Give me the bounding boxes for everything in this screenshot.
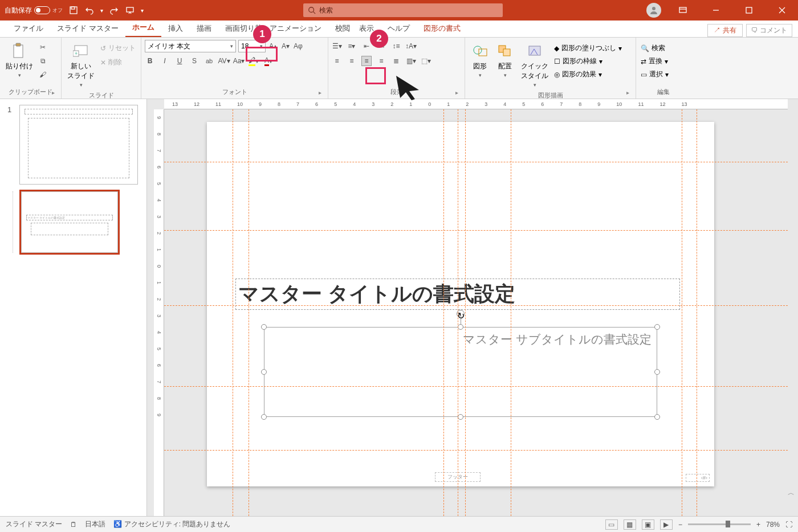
ribbon-display-icon[interactable]: [671, 0, 694, 21]
quick-styles-button[interactable]: クイック スタイル▾: [519, 40, 551, 90]
distribute-icon[interactable]: ≣: [391, 56, 401, 66]
shape-fill-button[interactable]: ◆ 図形の塗りつぶし ▾: [553, 42, 623, 54]
resize-handle[interactable]: [654, 369, 660, 375]
zoom-out-icon[interactable]: −: [678, 521, 682, 529]
slideshow-view-icon[interactable]: ▶: [660, 519, 673, 530]
shadow-icon[interactable]: ab: [204, 56, 214, 66]
select-button[interactable]: ▭ 選択 ▾: [640, 68, 687, 80]
strike-icon[interactable]: S: [189, 56, 199, 66]
resize-handle[interactable]: [654, 324, 660, 330]
tab-draw[interactable]: 描画: [190, 20, 218, 37]
copy-icon[interactable]: ⧉: [38, 56, 48, 66]
align-left-icon[interactable]: ≡: [332, 56, 342, 66]
zoom-in-icon[interactable]: +: [756, 521, 760, 529]
align-right-icon[interactable]: ≡: [361, 56, 372, 66]
highlight-color-icon[interactable]: 🖍▾: [249, 56, 259, 66]
font-dialog-launcher[interactable]: ▸: [319, 89, 325, 96]
svg-point-12: [474, 46, 482, 54]
fit-window-icon[interactable]: ⛶: [785, 521, 792, 529]
resize-handle[interactable]: [458, 324, 463, 330]
columns-icon[interactable]: ▥▾: [406, 56, 416, 66]
redo-icon[interactable]: [109, 5, 119, 15]
svg-rect-13: [479, 49, 487, 56]
resize-handle[interactable]: [261, 369, 267, 375]
comments-button[interactable]: 🗨 コメント: [746, 24, 792, 37]
slide[interactable]: マスター タイトルの書式設定 ↻ マスター サブタイトルの書式設定 フッター ‹…: [207, 122, 714, 486]
search-box[interactable]: 検索: [303, 3, 503, 17]
italic-icon[interactable]: I: [160, 56, 170, 66]
char-spacing-icon[interactable]: AV▾: [219, 56, 229, 66]
resize-handle[interactable]: [458, 414, 463, 420]
tab-slide-master[interactable]: スライド マスター: [50, 20, 125, 37]
line-spacing-icon[interactable]: ↕≡: [391, 41, 401, 51]
share-button[interactable]: ↗ 共有: [707, 24, 742, 37]
notes-icon[interactable]: 🗒: [70, 521, 77, 529]
zoom-slider[interactable]: [688, 523, 751, 525]
resize-handle[interactable]: [261, 324, 267, 330]
shapes-button[interactable]: 図形▾: [469, 40, 491, 90]
font-family-combo[interactable]: メイリオ 本文▾: [145, 40, 236, 52]
master-thumbnail[interactable]: 1: [19, 105, 138, 185]
resize-handle[interactable]: [261, 414, 267, 420]
font-color-icon[interactable]: A▾: [263, 56, 274, 66]
slideshow-icon[interactable]: [125, 5, 135, 15]
increase-font-icon[interactable]: A▴: [268, 41, 278, 51]
collapse-ribbon-icon[interactable]: ︿: [788, 488, 795, 498]
text-direction-icon[interactable]: ↕A▾: [406, 41, 416, 51]
maximize-button[interactable]: [738, 0, 760, 21]
numbering-icon[interactable]: ≡▾: [347, 41, 357, 51]
undo-dropdown-icon[interactable]: ▾: [100, 7, 103, 14]
drawing-dialog-launcher[interactable]: ▸: [626, 89, 633, 96]
tab-file[interactable]: ファイル: [7, 20, 50, 37]
tab-shape-format[interactable]: 図形の書式: [417, 20, 467, 37]
shape-outline-button[interactable]: ☐ 図形の枠線 ▾: [553, 55, 623, 67]
paragraph-dialog-launcher[interactable]: ▸: [455, 89, 462, 96]
status-language[interactable]: 日本語: [85, 519, 105, 529]
underline-icon[interactable]: U: [174, 56, 185, 66]
close-button[interactable]: [771, 0, 793, 21]
new-slide-button[interactable]: + 新しい スライド ▾: [65, 40, 97, 90]
slide-number-placeholder[interactable]: ‹#›: [686, 474, 710, 482]
cut-icon[interactable]: ✂: [38, 42, 48, 52]
format-painter-icon[interactable]: 🖌: [38, 69, 48, 80]
layout-thumbnail-selected[interactable]: マスター タイトルの書式設定: [21, 191, 118, 253]
smartart-icon[interactable]: ⬚▾: [421, 56, 431, 66]
paste-button[interactable]: 貼り付け ▾: [3, 40, 35, 87]
vertical-ruler: 9876543210123456789: [154, 109, 164, 516]
arrange-button[interactable]: 配置▾: [494, 40, 516, 90]
save-icon[interactable]: [68, 5, 79, 15]
sorter-view-icon[interactable]: ▦: [624, 519, 636, 530]
clear-formatting-icon[interactable]: Aφ: [293, 41, 303, 51]
accessibility-status[interactable]: ♿ アクセシビリティ: 問題ありません: [113, 519, 230, 529]
search-icon: [308, 6, 316, 14]
tab-home[interactable]: ホーム: [125, 19, 161, 37]
decrease-indent-icon[interactable]: ⇤: [361, 41, 372, 51]
resize-handle[interactable]: [654, 414, 660, 420]
tab-animations[interactable]: アニメーション: [263, 20, 328, 37]
slide-canvas-area[interactable]: 13121110987654321012345678910111213 9876…: [147, 99, 798, 516]
account-avatar[interactable]: [646, 3, 661, 18]
slide-thumbnails-panel[interactable]: 1 マスター タイトルの書式設定: [0, 99, 147, 516]
reading-view-icon[interactable]: ▣: [642, 519, 654, 530]
change-case-icon[interactable]: Aa▾: [234, 56, 244, 66]
qat-customize-icon[interactable]: ▾: [141, 7, 144, 14]
justify-icon[interactable]: ≡: [376, 56, 386, 66]
tab-insert[interactable]: 挿入: [161, 20, 190, 37]
tab-review[interactable]: 校閲: [328, 20, 352, 37]
replace-button[interactable]: ⇄ 置換 ▾: [640, 55, 687, 67]
shape-effects-button[interactable]: ◎ 図形の効果 ▾: [553, 68, 623, 80]
autosave-toggle[interactable]: 自動保存 オフ: [5, 6, 63, 15]
undo-icon[interactable]: [84, 5, 95, 15]
minimize-button[interactable]: [705, 0, 727, 21]
align-center-icon[interactable]: ≡: [347, 56, 357, 66]
delete-slide-button: ✕ 削除: [99, 56, 137, 68]
decrease-font-icon[interactable]: A▾: [280, 41, 291, 51]
toggle-off-icon: [34, 6, 50, 14]
subtitle-placeholder[interactable]: ↻ マスター サブタイトルの書式設定: [264, 327, 657, 417]
find-button[interactable]: 🔍 検索: [640, 42, 687, 54]
clipboard-dialog-launcher[interactable]: ▸: [52, 89, 59, 96]
normal-view-icon[interactable]: ▭: [605, 519, 618, 530]
bullets-icon[interactable]: ☰▾: [332, 41, 342, 51]
zoom-value[interactable]: 78%: [766, 521, 780, 529]
bold-icon[interactable]: B: [145, 56, 155, 66]
